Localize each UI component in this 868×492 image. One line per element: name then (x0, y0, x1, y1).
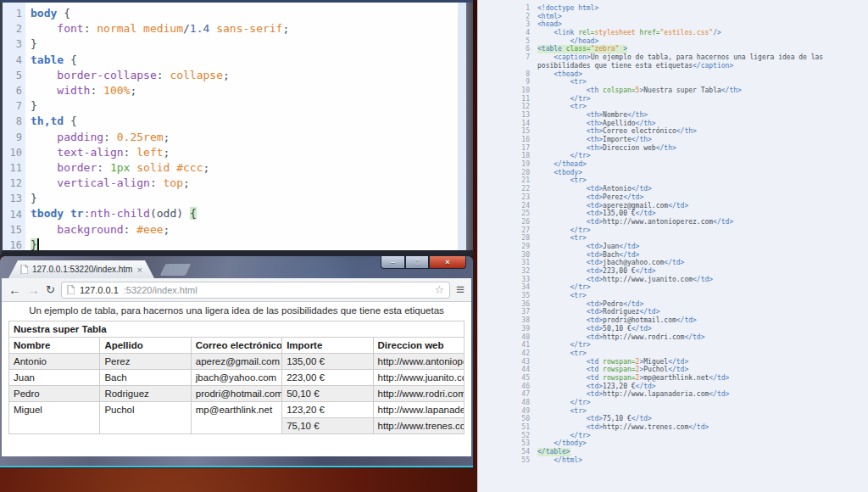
line-number: 45 (478, 374, 537, 383)
code-line: 28 <tr> (478, 234, 868, 243)
line-number: 51 (478, 423, 537, 432)
address-bar[interactable]: 127.0.0.1:53220/index.html ☆ (61, 282, 450, 299)
column-header: Direccion web (373, 338, 464, 354)
code-line: 2<html> (478, 13, 868, 21)
line-number: 17 (478, 144, 537, 153)
reload-icon[interactable]: ↻ (46, 284, 55, 295)
code-line: 47 <td>http://www.lapanaderia.com</td> (478, 390, 868, 399)
browser-toolbar: ← → ↻ 127.0.0.1:53220/index.html ☆ ≡ (2, 278, 471, 302)
table-cell: mp@earthlink.net (191, 402, 281, 434)
code-line: 41 </tr> (478, 341, 868, 349)
forward-icon[interactable]: → (27, 283, 40, 296)
code-line: 9 <tr> (478, 78, 868, 87)
code-line: 45 <td rowspan=2>mp@earthlink.net</td> (478, 374, 868, 383)
line-number: 28 (478, 234, 537, 243)
tab-close-icon[interactable]: × (137, 265, 142, 275)
code-line: 49 <tr> (478, 407, 868, 416)
table-row: MiguelPucholmp@earthlink.net123,20 €http… (9, 402, 465, 418)
line-number: 19 (478, 160, 537, 169)
table-cell: http://www.antonioperez.com (373, 354, 464, 370)
code-line: 39 <td>50,10 €</td> (478, 325, 868, 333)
screen: 12345678910111213141516 body { font: nor… (0, 0, 868, 492)
html-source-panel[interactable]: 1<!doctype html>2<html>3<head>4 <link re… (477, 0, 868, 492)
code-line: 5 </head> (478, 37, 868, 46)
tab-title: 127.0.0.1:53220/index.htm (32, 265, 133, 274)
window-controls: – □ × (381, 256, 466, 269)
line-number (478, 62, 537, 70)
line-number: 24 (478, 202, 537, 210)
table-cell: Juan (9, 370, 100, 386)
code-line: background: #eee; (31, 222, 458, 238)
code-line: } (31, 238, 458, 250)
code-line: table { (31, 53, 458, 68)
page-icon (67, 285, 75, 294)
code-line: 3<head> (478, 20, 868, 29)
line-number: 20 (478, 169, 537, 177)
line-number: 9 (478, 78, 537, 87)
code-line: 53 </tbody> (478, 439, 868, 448)
table-cell: Pedro (9, 386, 100, 402)
new-tab-button[interactable] (160, 264, 192, 276)
line-number: 46 (478, 383, 537, 391)
code-line: 46 <td>123,20 €</td> (478, 383, 868, 391)
table-cell: 75,10 € (282, 418, 373, 434)
editor-code-area[interactable]: body { font: normal medium/1.4 sans-seri… (25, 3, 458, 250)
line-number: 30 (478, 251, 537, 260)
table-cell: Antonio (9, 354, 100, 370)
table-cell: 223,00 € (282, 370, 373, 386)
code-line: 51 <td>http://www.trenes.com</td> (478, 423, 868, 432)
line-number: 22 (478, 185, 537, 193)
code-line: border: 1px solid #ccc; (31, 160, 458, 176)
line-number: 52 (478, 432, 537, 440)
close-button[interactable]: × (429, 256, 466, 269)
code-line: 38 <td>prodri@hotmail.com</td> (478, 316, 868, 325)
line-number: 54 (478, 448, 537, 456)
line-number: 55 (478, 456, 537, 465)
code-line: 8 <thead> (478, 70, 868, 79)
line-number: 14 (478, 120, 537, 128)
browser-tab[interactable]: 127.0.0.1:53220/index.htm × (8, 260, 154, 278)
browser-viewport: Un ejemplo de tabla, para hacernos una l… (2, 302, 471, 456)
line-number: 29 (478, 243, 537, 251)
bookmark-star-icon[interactable]: ☆ (434, 283, 444, 296)
line-number: 33 (478, 276, 537, 284)
desktop-background: 12345678910111213141516 body { font: nor… (0, 0, 477, 492)
code-line: 37 <td>Rodriguez</td> (478, 308, 868, 316)
minimize-button[interactable]: – (381, 256, 405, 269)
line-number: 48 (478, 399, 537, 407)
editor-scrollbar-track[interactable] (458, 3, 466, 250)
code-line: 29 <td>Juan</td> (478, 243, 868, 251)
line-number: 13 (478, 111, 537, 120)
line-number: 34 (478, 283, 537, 292)
line-number: 26 (478, 218, 537, 226)
table-cell: Bach (100, 370, 191, 386)
text-cursor (37, 238, 39, 250)
table-caption: Un ejemplo de tabla, para hacernos una l… (2, 305, 471, 316)
code-line: 35 <tr> (478, 292, 868, 300)
code-line: tbody tr:nth-child(odd) { (31, 206, 458, 221)
code-line: font: normal medium/1.4 sans-serif; (31, 21, 458, 36)
code-line: 40 <td>http://www.rodri.com</td> (478, 333, 868, 342)
code-line: posibilidades que tiene esta etiquetas</… (478, 62, 868, 70)
code-line: 7 <caption>Un ejemplo de tabla, para hac… (478, 53, 868, 62)
back-icon[interactable]: ← (8, 283, 21, 296)
maximize-button[interactable]: □ (405, 256, 429, 269)
code-line: 48 </tr> (478, 399, 868, 407)
browser-titlebar[interactable]: 127.0.0.1:53220/index.htm × – □ × (0, 256, 473, 278)
code-line: 34 </tr> (478, 283, 868, 292)
code-line: 1<!doctype html> (478, 4, 868, 13)
column-header: Apellido (100, 338, 191, 354)
line-number: 50 (478, 415, 537, 423)
table-cell: 135,00 € (282, 354, 373, 370)
code-line: 4 <link rel=stylesheet href="estilos.css… (478, 29, 868, 37)
line-number: 11 (478, 95, 537, 103)
line-number: 53 (478, 439, 537, 448)
code-line: } (31, 191, 458, 206)
css-editor-window: 12345678910111213141516 body { font: nor… (0, 0, 473, 256)
table-row: AntonioPerezaperez@gmail.com135,00 €http… (9, 354, 465, 370)
line-number: 2 (478, 13, 537, 21)
code-line: 19 </thead> (478, 160, 868, 169)
menu-icon[interactable]: ≡ (456, 282, 465, 299)
code-line: 23 <td>Perez</td> (478, 193, 868, 202)
zebra-table: Nuestra super TablaNombreApellidoCorreo … (8, 321, 465, 434)
